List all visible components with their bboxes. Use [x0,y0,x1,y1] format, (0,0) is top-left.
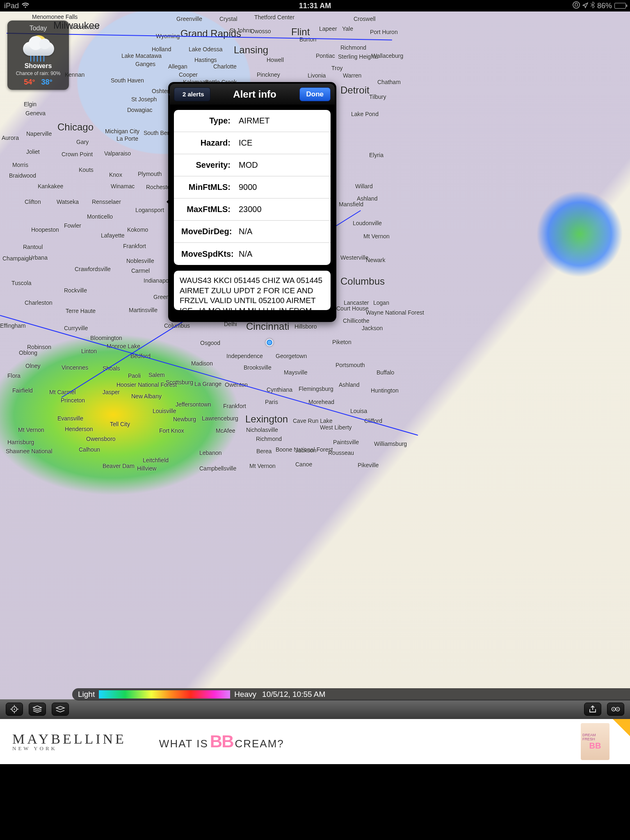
svg-point-2 [14,709,15,710]
map-city-label: New Albany [131,393,162,399]
map-city-label: Valparaiso [104,150,131,157]
map-city-label: Chicago [57,121,94,133]
map-city-label: Geneva [25,110,46,116]
map-city-label: Hillview [137,465,156,472]
svg-point-5 [613,709,614,710]
map-city-label: St Joseph [131,96,157,103]
map-city-label: Cave Run Lake [293,418,333,424]
temp-low: 38° [41,78,52,86]
map-city-label: Livonia [308,72,326,79]
map-city-label: Detroit [340,84,370,96]
map-city-label: Tilbury [369,94,386,100]
alert-field-key: MinFtMLS: [181,183,239,192]
map-city-label: Kankakee [38,183,63,189]
map-city-label: Madison [191,360,213,367]
alert-field-value: N/A [239,249,252,259]
status-bar: iPad 11:31 AM 86% [0,0,630,11]
alert-field-value: 23000 [239,205,262,214]
map-city-label: Jackson [362,325,383,331]
map-city-label: Osgood [200,340,220,346]
map-city-label: Jackson [295,447,316,454]
alert-field-row: MaxFtMLS:23000 [174,199,331,221]
done-button[interactable]: Done [299,87,331,101]
map-city-label: Paoli [128,372,141,379]
map-city-label: Warren [343,72,361,79]
map-city-label: Paris [265,399,278,405]
share-button[interactable] [584,703,601,716]
svg-point-0 [573,2,580,8]
today-forecast-widget[interactable]: Today Showers Chance of rain: 90% 54° 38… [7,21,69,90]
map-city-label: Hoopeston [31,226,59,233]
map-city-label: Naperville [26,130,52,137]
map-city-label: Lansing [234,44,268,56]
map-city-label: Winamac [111,183,135,189]
map-city-label: Olney [25,363,41,369]
map-city-label: Menomonee Falls [32,14,78,20]
map-city-label: Pikeville [358,462,379,468]
map-city-label: Berea [256,448,272,454]
map-city-label: Terre Haute [66,308,96,314]
layers-stack-button[interactable] [29,703,46,716]
map-city-label: Crown Point [62,151,93,158]
map-city-label: Rensselaer [92,199,121,205]
alert-field-value: 9000 [239,183,257,192]
map-city-label: Maysville [284,369,308,376]
alert-field-key: Type: [181,116,239,126]
map-city-label: Clifton [25,199,41,205]
map-city-label: Lake Macatawa [121,52,162,59]
map-city-label: Willard [355,183,373,189]
map-city-label: McAfee [216,427,235,434]
ad-prod-bb: BB [589,741,601,751]
map-city-label: Cincinnati [246,321,289,332]
ad-fold-corner[interactable] [613,719,630,736]
map-city-label: Charlotte [213,63,237,70]
map-city-label: Logansport [135,207,164,213]
temperatures: 54° 38° [11,78,66,87]
alert-fields-card: Type:AIRMETHazard:ICESeverity:MODMinFtML… [174,110,331,265]
map-city-label: Braidwood [9,172,36,179]
alert-info-popover: 2 alerts Alert info Done Type:AIRMETHaza… [168,82,336,322]
legend-gradient [99,690,230,698]
alert-field-row: Hazard:ICE [174,132,331,154]
map-city-label: Huntington [371,387,399,394]
map-city-label: Michigan City [105,128,139,135]
map-city-label: Newburg [173,416,196,422]
legend-heavy: Heavy [234,690,262,699]
alert-field-value: ICE [239,138,252,148]
map-city-label: Logan [373,299,389,306]
map-city-label: Bloomington [90,335,122,341]
alert-field-row: Type:AIRMET [174,110,331,132]
map-city-label: Howell [267,57,284,63]
legend-light: Light [72,690,99,699]
alert-field-row: MinFtMLS:9000 [174,176,331,199]
back-alerts-button[interactable]: 2 alerts [174,87,210,101]
map-city-label: Brooksville [244,364,272,371]
map-city-label: Dowagiac [127,107,152,113]
map-city-label: Hoosier National Forest [116,381,177,388]
clock: 11:31 AM [299,2,331,10]
alert-field-key: MoveDirDeg: [181,227,239,236]
settings-button[interactable] [607,703,624,716]
radar-legend: Light Heavy 10/5/12, 10:55 AM [72,688,630,701]
layers-outline-button[interactable] [52,703,69,716]
ad-banner[interactable]: MAYBELLINE NEW YORK WHAT IS BB CREAM? DR… [0,719,630,764]
map-city-label: Piketon [332,339,352,345]
map-city-label: Harrisburg [7,439,34,445]
map-city-label: Curryville [64,325,88,331]
raw-airmet-text: WAUS43 KKCI 051445 CHIZ WA 051445 AIRMET… [174,271,331,310]
map-city-label: Georgetown [276,353,307,359]
map-city-label: Crystal [219,16,237,22]
map-city-label: Flemingsburg [299,386,333,392]
alert-field-key: MaxFtMLS: [181,205,239,214]
map-city-label: Greenville [176,16,202,22]
unused-bottom-area [0,764,630,840]
map-city-label: Lebanon [199,450,222,456]
locate-button[interactable] [6,703,23,716]
map-city-label: Mt Vernon [363,233,390,240]
map-city-label: Nicholasville [246,427,278,433]
map-city-label: Pinckney [257,71,280,78]
map-city-label: Loudonville [353,220,382,226]
map-city-label: Charleston [25,299,52,306]
map-city-label: Henderson [65,426,93,432]
map-city-label: Yale [342,25,353,32]
